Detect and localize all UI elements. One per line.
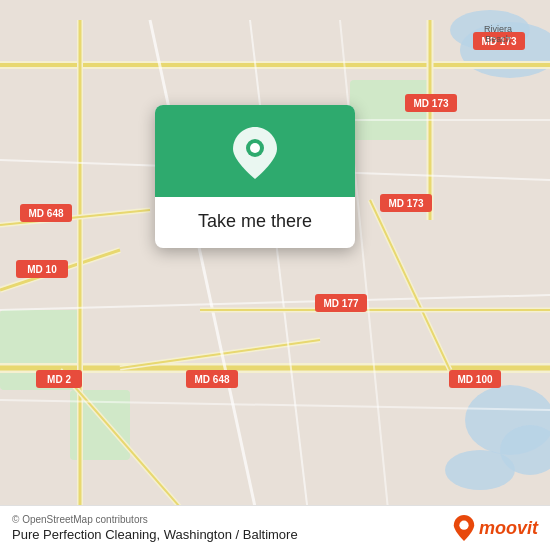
moovit-text: moovit <box>479 518 538 539</box>
svg-text:MD 100: MD 100 <box>457 374 492 385</box>
map-container: MD 173 MD 173 MD 173 MD 648 MD 10 MD 177… <box>0 0 550 550</box>
svg-text:Riviera: Riviera <box>484 24 512 34</box>
svg-text:MD 2: MD 2 <box>47 374 71 385</box>
bottom-left-info: © OpenStreetMap contributors Pure Perfec… <box>12 514 298 542</box>
take-me-there-button[interactable]: Take me there <box>186 197 324 248</box>
svg-text:MD 648: MD 648 <box>194 374 229 385</box>
osm-attribution: © OpenStreetMap contributors <box>12 514 298 525</box>
svg-point-58 <box>459 521 468 530</box>
svg-text:MD 10: MD 10 <box>27 264 57 275</box>
svg-text:Beach: Beach <box>485 34 511 44</box>
location-pin-icon <box>233 127 277 179</box>
popup-card[interactable]: Take me there <box>155 105 355 248</box>
moovit-logo: moovit <box>453 515 538 541</box>
svg-text:MD 173: MD 173 <box>388 198 423 209</box>
svg-text:MD 648: MD 648 <box>28 208 63 219</box>
business-name-label: Pure Perfection Cleaning, Washington / B… <box>12 527 298 542</box>
bottom-bar: © OpenStreetMap contributors Pure Perfec… <box>0 505 550 550</box>
moovit-pin-icon <box>453 515 475 541</box>
map-background: MD 173 MD 173 MD 173 MD 648 MD 10 MD 177… <box>0 0 550 550</box>
svg-point-5 <box>445 450 515 490</box>
svg-text:MD 173: MD 173 <box>413 98 448 109</box>
svg-point-57 <box>250 143 260 153</box>
svg-text:MD 177: MD 177 <box>323 298 358 309</box>
popup-header <box>155 105 355 197</box>
